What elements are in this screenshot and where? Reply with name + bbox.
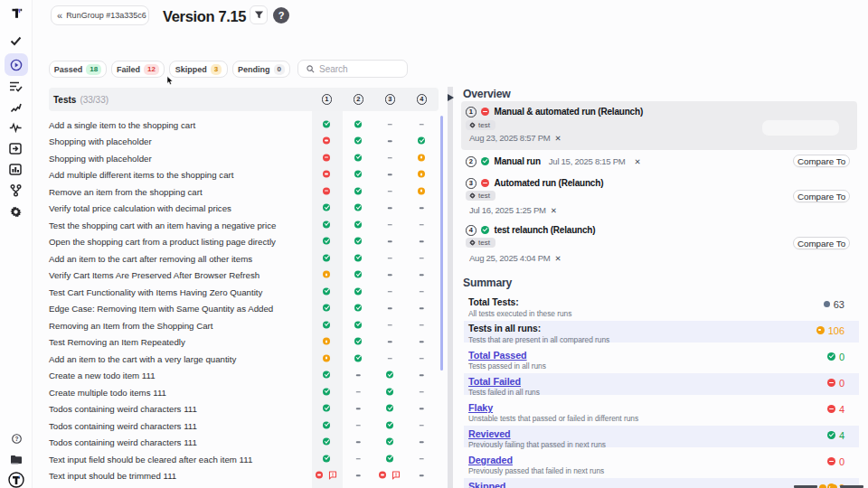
svg-text:?: ? [15, 436, 19, 442]
